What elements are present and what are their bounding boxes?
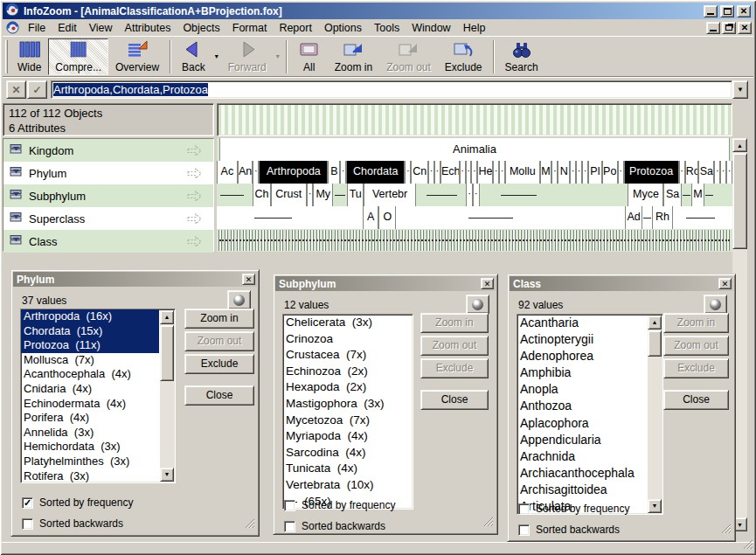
zoom-in-button[interactable]: Zoom in	[184, 309, 254, 329]
value-cell[interactable]: Po	[602, 161, 618, 184]
value-cell[interactable]: Crust	[271, 184, 307, 206]
toolbar-search-button[interactable]: Search	[498, 38, 545, 75]
value-cell[interactable]: ·	[434, 161, 440, 184]
value-cell[interactable]: ·	[720, 161, 726, 184]
list-item[interactable]: Anthozoa	[517, 398, 647, 414]
checkbox-box[interactable]	[284, 500, 295, 511]
close-icon[interactable]: ✕	[242, 274, 255, 285]
list-item[interactable]: Crustacea (7x)	[283, 347, 413, 364]
list-item[interactable]: Adenophorea	[517, 348, 647, 364]
toolbar-back-button[interactable]: Back	[175, 38, 212, 75]
list-item[interactable]: Porifera (4x)	[21, 411, 159, 426]
attribute-sort-icon[interactable]	[10, 234, 23, 248]
attribute-row-class[interactable]: Class	[3, 230, 213, 253]
empty-value-dash[interactable]	[682, 206, 718, 229]
window-resize-grip[interactable]	[742, 538, 753, 553]
empty-value-dash[interactable]	[249, 206, 297, 229]
value-cell[interactable]: ·	[618, 161, 624, 184]
menu-window[interactable]: Window	[406, 20, 456, 36]
value-cell[interactable]: N	[558, 161, 570, 184]
value-cell[interactable]: Tu	[347, 184, 364, 206]
list-item[interactable]: Mycetozoa (7x)	[283, 413, 413, 429]
value-list[interactable]: Chelicerata (3x)CrinozoaCrustacea (7x)Ec…	[282, 314, 413, 510]
exclude-button[interactable]: Exclude	[184, 354, 254, 374]
value-cell[interactable]: Ch	[253, 184, 270, 206]
value-cell[interactable]: M	[691, 184, 704, 206]
close-button[interactable]: Close	[420, 390, 489, 410]
value-cell[interactable]: Ech	[440, 161, 460, 184]
clear-filter-button[interactable]: ✕	[6, 80, 26, 99]
list-item[interactable]: Hexapoda (2x)	[283, 379, 413, 396]
maximize-button[interactable]	[720, 5, 734, 17]
list-item[interactable]: Aplacophora	[517, 415, 647, 432]
value-cell[interactable]: ·	[582, 161, 588, 184]
toolbar-forward-button[interactable]: Forward	[221, 38, 274, 75]
zoom-in-button[interactable]: Zoom in	[663, 313, 729, 333]
close-button[interactable]: Close	[663, 390, 729, 410]
sorted-backwards-checkbox[interactable]: Sorted backwards	[22, 517, 123, 531]
zoom-out-button[interactable]: Zoom out	[420, 336, 489, 356]
toolbar-exclude-button[interactable]: Exclude	[438, 38, 489, 75]
scroll-up-button[interactable]: ▲	[160, 310, 174, 324]
document-icon[interactable]	[4, 21, 20, 35]
list-item[interactable]: Arachnida	[517, 448, 647, 465]
menu-help[interactable]: Help	[457, 20, 492, 36]
value-cell[interactable]: Mollu	[505, 161, 540, 184]
selected-value-cell[interactable]: Protozoa	[624, 161, 679, 184]
dialog-titlebar[interactable]: Subphylum✕	[275, 276, 496, 291]
list-item[interactable]: Mollusca (7x)	[21, 353, 159, 368]
value-cell[interactable]: M	[540, 161, 552, 184]
toolbar-wide-button[interactable]: Wide	[10, 38, 48, 75]
scrollbar-thumb[interactable]	[648, 330, 662, 357]
attribute-row-subphylum[interactable]: Subphylum	[3, 184, 213, 207]
empty-value-dash[interactable]	[333, 184, 347, 206]
value-cell[interactable]: ·	[679, 161, 685, 184]
checkbox-box[interactable]	[22, 518, 33, 530]
empty-value-dash[interactable]	[642, 206, 651, 229]
sorted-backwards-checkbox[interactable]: Sorted backwards	[284, 519, 385, 533]
filter-dropdown-button[interactable]: ▼	[732, 80, 748, 99]
value-cell[interactable]: An	[238, 161, 253, 184]
sorted-by-frequency-checkbox[interactable]: ✓Sorted by frequency	[22, 496, 133, 510]
list-item[interactable]: Acanthocephala (4x)	[21, 367, 159, 382]
menu-attributes[interactable]: Attributes	[119, 20, 177, 36]
globe-button[interactable]	[227, 290, 251, 309]
value-cell[interactable]: Ro	[685, 161, 699, 184]
list-item[interactable]: Crinozoa	[283, 331, 413, 348]
toolbar-compre-button[interactable]: Compre...	[48, 38, 108, 75]
value-list[interactable]: AcanthariaActinopterygiiAdenophoreaAmphi…	[517, 314, 663, 515]
value-cell[interactable]: B	[328, 161, 340, 184]
sorted-by-frequency-checkbox[interactable]: Sorted by frequency	[284, 498, 395, 512]
list-item[interactable]: Chelicerata (3x)	[283, 315, 413, 331]
list-item[interactable]: Cnidaria (4x)	[21, 382, 159, 397]
objects-overview-strip[interactable]	[217, 103, 732, 136]
globe-button[interactable]	[466, 295, 489, 314]
mdi-close-button[interactable]: ✕	[738, 22, 752, 34]
list-item[interactable]: Annelida (3x)	[21, 426, 159, 441]
value-cell[interactable]: Ad	[625, 206, 642, 229]
mdi-restore-button[interactable]	[722, 22, 736, 34]
close-button[interactable]: ✕	[737, 5, 751, 17]
scrollbar-thumb[interactable]	[160, 325, 174, 381]
value-cell[interactable]: ·	[405, 161, 411, 184]
checkbox-box[interactable]	[518, 503, 530, 515]
selected-value-cell[interactable]: Arthropoda	[259, 161, 328, 184]
list-item[interactable]: Archisagittoidea	[517, 482, 647, 498]
attribute-row-kingdom[interactable]: Kingdom	[3, 139, 213, 162]
selected-value-cell[interactable]: Chordata	[346, 161, 405, 184]
menu-report[interactable]: Report	[273, 20, 318, 36]
value-cell[interactable]: A	[363, 206, 378, 229]
empty-value-dash[interactable]	[462, 206, 519, 229]
list-item[interactable]: Rotifera (3x)	[21, 469, 159, 483]
value-cell[interactable]: Myce	[628, 184, 663, 206]
dialog-titlebar[interactable]: Class✕	[510, 276, 733, 291]
list-item[interactable]: Platyhelminthes (3x)	[21, 454, 159, 469]
scroll-down-button[interactable]: ▼	[160, 468, 174, 482]
toolbar-zoom-in-button[interactable]: Zoom in	[328, 38, 379, 75]
list-item[interactable]: Echinozoa (2x)	[283, 364, 413, 380]
menu-format[interactable]: Format	[226, 20, 274, 36]
menu-tools[interactable]: Tools	[368, 20, 406, 36]
sorted-backwards-checkbox[interactable]: Sorted backwards	[518, 523, 620, 537]
sorted-by-frequency-checkbox[interactable]: Sorted by frequency	[518, 502, 629, 516]
dialog-titlebar[interactable]: Phylum✕	[13, 272, 257, 287]
